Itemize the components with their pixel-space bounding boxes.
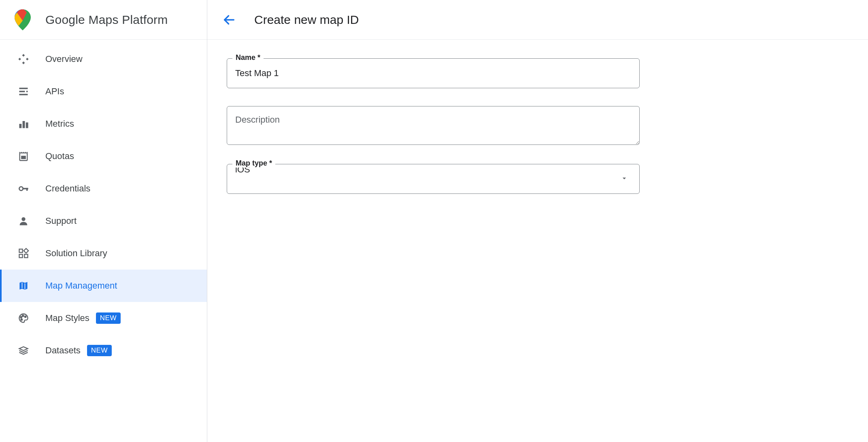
nav-item-label: Map Management [45, 280, 117, 291]
svg-point-33 [21, 319, 23, 321]
nav-item-metrics[interactable]: Metrics [0, 108, 207, 140]
svg-point-30 [20, 317, 22, 318]
nav-item-quotas[interactable]: Quotas [0, 140, 207, 172]
quotas-icon [18, 151, 29, 162]
map-type-field-label: Map type * [232, 159, 275, 168]
svg-rect-4 [22, 54, 25, 57]
solution-library-icon [18, 248, 29, 259]
main-content: Create new map ID Name * Map type * iOS [207, 0, 868, 442]
nav-item-label: Datasets [45, 345, 81, 356]
new-badge: NEW [96, 312, 121, 324]
datasets-icon [18, 345, 29, 356]
svg-rect-21 [21, 156, 26, 159]
overview-icon [18, 53, 29, 65]
sidebar: Google Maps Platform Overview APIs Metri… [0, 0, 207, 442]
nav-item-datasets[interactable]: Datasets NEW [0, 334, 207, 367]
nav-item-label: Map Styles [45, 313, 89, 323]
nav-item-label: Metrics [45, 119, 74, 129]
sidebar-title: Google Maps Platform [45, 13, 168, 27]
metrics-icon [18, 118, 29, 130]
svg-rect-24 [26, 188, 28, 191]
new-badge: NEW [87, 345, 112, 356]
arrow-left-icon [222, 13, 236, 27]
svg-rect-26 [19, 249, 23, 253]
nav-item-map-styles[interactable]: Map Styles NEW [0, 302, 207, 334]
svg-rect-8 [19, 88, 28, 89]
name-field-label: Name * [232, 53, 264, 62]
nav-item-credentials[interactable]: Credentials [0, 172, 207, 205]
svg-rect-27 [19, 254, 23, 257]
nav-item-label: APIs [45, 86, 64, 97]
svg-rect-14 [26, 123, 28, 128]
sidebar-nav: Overview APIs Metrics Quotas [0, 40, 207, 367]
nav-item-overview[interactable]: Overview [0, 43, 207, 75]
svg-rect-28 [24, 254, 28, 257]
form-area: Name * Map type * iOS [207, 40, 868, 212]
sidebar-header: Google Maps Platform [0, 0, 207, 40]
svg-rect-11 [26, 91, 28, 92]
nav-item-support[interactable]: Support [0, 205, 207, 237]
page-title: Create new map ID [254, 13, 359, 27]
nav-item-label: Quotas [45, 151, 74, 162]
map-styles-icon [18, 312, 29, 324]
nav-item-label: Solution Library [45, 248, 107, 259]
nav-item-label: Support [45, 216, 77, 226]
apis-icon [18, 86, 29, 97]
nav-item-label: Overview [45, 54, 83, 64]
svg-rect-10 [19, 94, 28, 96]
google-maps-logo-icon [15, 9, 31, 30]
svg-point-25 [21, 217, 25, 221]
description-input[interactable] [227, 106, 640, 145]
map-management-icon [18, 280, 29, 291]
svg-rect-12 [19, 124, 22, 128]
svg-rect-13 [23, 121, 25, 128]
map-type-select[interactable]: iOS [227, 164, 640, 194]
nav-item-solution-library[interactable]: Solution Library [0, 237, 207, 270]
map-type-field-wrapper: Map type * iOS [227, 164, 640, 194]
svg-rect-9 [19, 91, 25, 92]
nav-item-apis[interactable]: APIs [0, 75, 207, 108]
svg-rect-29 [24, 249, 29, 253]
credentials-icon [18, 183, 29, 194]
nav-item-map-management[interactable]: Map Management [0, 270, 207, 302]
name-input[interactable] [227, 58, 640, 88]
main-header: Create new map ID [207, 0, 868, 40]
back-button[interactable] [222, 13, 236, 27]
description-field-wrapper [227, 106, 640, 146]
svg-point-22 [19, 187, 23, 190]
nav-item-label: Credentials [45, 183, 90, 194]
svg-point-32 [25, 316, 26, 318]
svg-point-31 [22, 315, 24, 317]
name-field-wrapper: Name * [227, 58, 640, 88]
support-icon [18, 215, 29, 227]
